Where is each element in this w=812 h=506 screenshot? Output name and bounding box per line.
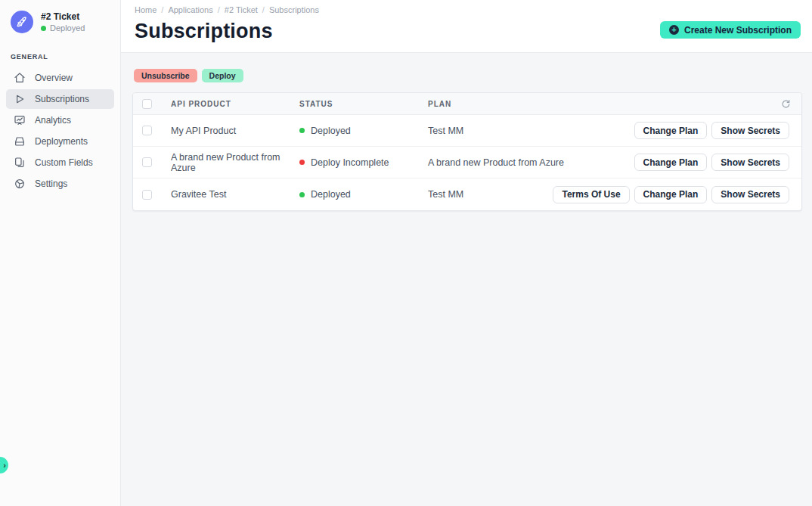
home-icon xyxy=(14,72,26,84)
breadcrumb-home[interactable]: Home xyxy=(135,5,157,14)
subscriptions-table: API PRODUCT STATUS PLAN My API Product xyxy=(132,92,802,211)
plus-circle-icon: + xyxy=(669,25,679,35)
settings-icon xyxy=(14,178,26,190)
play-icon xyxy=(14,93,26,105)
show-secrets-button[interactable]: Show Secrets xyxy=(711,154,789,171)
breadcrumb-subscriptions: Subscriptions xyxy=(269,5,319,14)
terms-of-use-button[interactable]: Terms Of Use xyxy=(553,186,629,203)
unsubscribe-chip[interactable]: Unsubscribe xyxy=(134,69,197,82)
row-actions: Change Plan Show Secrets xyxy=(634,154,801,171)
table-header-row: API PRODUCT STATUS PLAN xyxy=(133,93,801,115)
status-text: Deploy Incomplete xyxy=(311,157,389,168)
row-checkbox[interactable] xyxy=(142,190,152,200)
status-text: Deployed xyxy=(311,126,351,136)
sidebar-item-deployments[interactable]: Deployments xyxy=(6,132,114,151)
row-checkbox[interactable] xyxy=(142,126,152,135)
app-block: #2 Ticket Deployed xyxy=(6,11,114,33)
chart-board-icon xyxy=(14,114,26,126)
sidebar-item-label: Analytics xyxy=(35,115,71,126)
sidebar-item-label: Settings xyxy=(35,178,67,189)
sidebar-item-subscriptions[interactable]: Subscriptions xyxy=(6,89,114,109)
sidebar-item-overview[interactable]: Overview xyxy=(6,68,114,88)
row-actions: Terms Of Use Change Plan Show Secrets xyxy=(553,186,801,203)
inbox-icon xyxy=(14,135,26,147)
plan-cell: A brand new Product from Azure xyxy=(428,157,634,168)
table-row: Gravitee Test Deployed Test MM Terms Of … xyxy=(133,178,801,210)
create-new-subscription-button[interactable]: + Create New Subscription xyxy=(660,21,801,39)
create-button-label: Create New Subscription xyxy=(684,25,792,36)
show-secrets-button[interactable]: Show Secrets xyxy=(711,186,789,203)
copy-icon xyxy=(14,157,26,169)
change-plan-button[interactable]: Change Plan xyxy=(634,186,708,203)
sidebar: #2 Ticket Deployed GENERAL Overview Subs… xyxy=(0,0,121,506)
plan-cell: Test MM xyxy=(428,126,634,136)
status-cell: Deployed xyxy=(299,189,428,200)
breadcrumb-ticket[interactable]: #2 Ticket xyxy=(225,5,258,14)
status-cell: Deployed xyxy=(299,126,428,136)
status-text: Deployed xyxy=(311,189,351,200)
breadcrumb-separator: / xyxy=(218,5,220,14)
change-plan-button[interactable]: Change Plan xyxy=(634,122,708,139)
page-header: Home / Applications / #2 Ticket / Subscr… xyxy=(121,0,812,53)
breadcrumb-separator: / xyxy=(161,5,163,14)
sidebar-section-label: GENERAL xyxy=(11,53,114,61)
change-plan-button[interactable]: Change Plan xyxy=(634,154,708,171)
status-cell: Deploy Incomplete xyxy=(299,157,428,168)
row-checkbox[interactable] xyxy=(142,157,152,167)
sidebar-item-label: Subscriptions xyxy=(35,94,89,104)
status-dot-green xyxy=(299,128,305,133)
sidebar-item-custom-fields[interactable]: Custom Fields xyxy=(6,153,114,172)
sidebar-item-settings[interactable]: Settings xyxy=(6,174,114,194)
main: Home / Applications / #2 Ticket / Subscr… xyxy=(121,0,812,506)
api-product-cell: A brand new Product from Azure xyxy=(171,152,299,173)
bulk-action-chips: Unsubscribe Deploy xyxy=(134,69,802,82)
table-row: My API Product Deployed Test MM Change P… xyxy=(133,115,801,147)
sidebar-item-label: Custom Fields xyxy=(35,157,93,168)
chevron-right-icon: › xyxy=(3,461,6,470)
column-status: STATUS xyxy=(299,100,428,108)
rocket-icon xyxy=(11,11,33,33)
app-status: Deployed xyxy=(41,23,85,33)
breadcrumb-applications[interactable]: Applications xyxy=(168,5,212,14)
column-api-product: API PRODUCT xyxy=(171,100,299,108)
sidebar-item-label: Overview xyxy=(35,73,73,83)
sidebar-expand-button[interactable]: › xyxy=(0,457,8,473)
show-secrets-button[interactable]: Show Secrets xyxy=(711,122,789,139)
app-title: #2 Ticket xyxy=(41,11,85,22)
status-dot-red xyxy=(299,160,305,165)
select-all-checkbox[interactable] xyxy=(142,99,152,109)
breadcrumb: Home / Applications / #2 Ticket / Subscr… xyxy=(135,5,801,14)
api-product-cell: My API Product xyxy=(171,126,299,136)
table-row: A brand new Product from Azure Deploy In… xyxy=(133,147,801,178)
column-plan: PLAN xyxy=(428,100,781,108)
sidebar-item-label: Deployments xyxy=(35,136,88,147)
status-dot-green xyxy=(299,192,305,197)
sidebar-nav: Overview Subscriptions Analytics xyxy=(6,68,114,194)
api-product-cell: Gravitee Test xyxy=(171,189,299,200)
row-actions: Change Plan Show Secrets xyxy=(634,122,801,139)
sidebar-item-analytics[interactable]: Analytics xyxy=(6,110,114,130)
breadcrumb-separator: / xyxy=(262,5,265,14)
content: Unsubscribe Deploy API PRODUCT STATUS PL… xyxy=(121,53,812,506)
app-status-label: Deployed xyxy=(50,23,85,33)
refresh-icon[interactable] xyxy=(781,99,791,109)
plan-cell: Test MM xyxy=(428,189,553,200)
status-dot xyxy=(41,26,46,31)
deploy-chip[interactable]: Deploy xyxy=(202,69,243,82)
